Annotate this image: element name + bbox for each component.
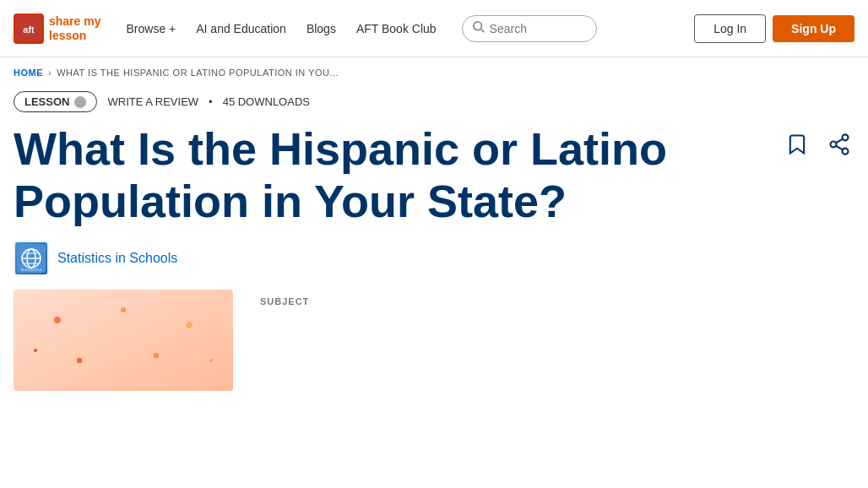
search-icon	[473, 21, 485, 36]
site-logo-text: share my lesson	[49, 14, 100, 43]
svg-line-8	[836, 139, 843, 144]
share-button[interactable]	[824, 129, 854, 162]
breadcrumb-current: WHAT IS THE HISPANIC OR LATINO POPULATIO…	[57, 68, 339, 78]
preview-pattern	[14, 290, 233, 391]
header: aft share my lesson Browse + AI and Educ…	[0, 0, 868, 57]
author-logo-inner: IN SCHOOLS	[15, 242, 47, 274]
nav-aft-book-club[interactable]: AFT Book Club	[348, 17, 445, 41]
action-icons	[782, 122, 854, 162]
author-logo: IN SCHOOLS	[14, 241, 49, 276]
signup-button[interactable]: Sign Up	[773, 15, 854, 42]
aft-logo: aft	[14, 14, 44, 44]
svg-line-3	[480, 29, 484, 32]
svg-point-2	[473, 21, 481, 30]
logo-area[interactable]: aft share my lesson	[14, 14, 100, 44]
svg-point-6	[843, 149, 849, 155]
nav-ai-education[interactable]: AI and Education	[187, 17, 295, 41]
badge-label: LESSON	[24, 95, 69, 108]
write-review-link[interactable]: WRITE A REVIEW	[107, 95, 198, 108]
download-count: 45 DOWNLOADS	[223, 95, 310, 108]
main-nav: Browse + AI and Education Blogs AFT Book…	[117, 17, 444, 41]
content-area: What Is the Hispanic or Latino Populatio…	[0, 122, 868, 227]
search-bar[interactable]	[462, 15, 597, 42]
author-row: IN SCHOOLS Statistics in Schools	[0, 227, 868, 286]
breadcrumb-separator: ›	[48, 68, 52, 78]
bookmark-button[interactable]	[782, 129, 812, 162]
author-link[interactable]: Statistics in Schools	[57, 251, 177, 266]
title-row: What Is the Hispanic or Latino Populatio…	[14, 122, 854, 227]
bottom-area: SUBJECT	[0, 290, 868, 391]
breadcrumb: HOME › WHAT IS THE HISPANIC OR LATINO PO…	[0, 57, 868, 88]
breadcrumb-home[interactable]: HOME	[14, 68, 43, 78]
subject-area: SUBJECT	[233, 290, 336, 391]
svg-text:aft: aft	[23, 24, 35, 35]
bookmark-icon	[785, 133, 809, 156]
svg-line-7	[836, 146, 843, 150]
dot-separator: •	[209, 95, 213, 108]
nav-browse[interactable]: Browse +	[117, 17, 184, 41]
auth-buttons: Log In Sign Up	[694, 14, 854, 43]
svg-text:IN SCHOOLS: IN SCHOOLS	[21, 268, 42, 272]
lesson-preview-image	[14, 290, 233, 391]
svg-point-5	[831, 142, 837, 148]
badge-dot	[74, 96, 86, 108]
lesson-badge: LESSON	[14, 91, 97, 112]
login-button[interactable]: Log In	[694, 14, 766, 43]
nav-blogs[interactable]: Blogs	[298, 17, 344, 41]
svg-point-4	[843, 134, 849, 140]
page-title: What Is the Hispanic or Latino Populatio…	[14, 122, 773, 227]
share-icon	[827, 133, 851, 156]
statistics-in-schools-logo: IN SCHOOLS	[17, 244, 46, 273]
subject-label: SUBJECT	[260, 296, 309, 306]
meta-row: LESSON WRITE A REVIEW • 45 DOWNLOADS	[0, 88, 868, 122]
search-input[interactable]	[490, 22, 586, 35]
